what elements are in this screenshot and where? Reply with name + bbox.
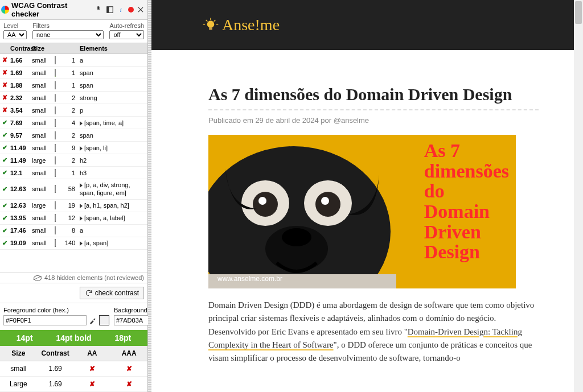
element-count: 140 [63,238,77,248]
elements-cell: [span, a, label] [77,213,147,223]
hero-image: As 7dimensõesdoDomainDrivenDesign www.an… [208,135,516,288]
panel-title: WCAG Contrast checker [11,1,92,18]
scrollbar[interactable] [574,0,583,392]
color-swatch [55,144,56,152]
expand-icon[interactable] [80,241,83,246]
expand-icon[interactable] [80,216,83,221]
fail-icon: ✘ [2,69,7,76]
summary-header: Size Contrast AA AAA [0,346,147,361]
expand-icon[interactable] [80,204,83,208]
elements-cell: a [77,225,147,236]
table-row[interactable]: ✔12.63small58[p, a, div, strong, span, f… [0,179,147,200]
size-value: small [30,184,52,194]
table-row[interactable]: ✔11.49large2h2 [0,154,147,167]
contrast-value: 11.49 [8,143,30,153]
table-row[interactable]: ✔12.1small1h3 [0,167,147,179]
table-row[interactable]: ✘1.88small1span [0,79,147,92]
expand-icon[interactable] [80,121,83,126]
element-count: 2 [63,155,77,166]
close-icon[interactable] [136,5,145,14]
table-row[interactable]: ✘2.32small2strong [0,92,147,104]
wcag-panel: WCAG Contrast checker i Level AA Filters… [0,0,148,392]
eye-off-icon [34,275,42,281]
site-brand[interactable]: Anse!me [203,16,280,34]
table-row[interactable]: ✔17.46small8a [0,225,147,237]
svg-line-9 [214,20,216,22]
post-author-link[interactable]: @anselme [334,116,369,125]
elements-cell: [a, span] [77,238,147,248]
size-value: small [30,118,52,128]
size-value: small [30,238,52,248]
elements-cell: [span, time, a] [77,118,147,128]
elements-cell: [span, li] [77,143,147,153]
check-contrast-button[interactable]: check contrast [80,287,144,299]
table-row[interactable]: ✘1.66small1a [0,54,147,67]
results-table-body[interactable]: ✘1.66small1a✘1.69small1span✘1.88small1sp… [0,54,147,272]
foreground-label: Foreground color (hex.) [3,307,109,313]
hidden-elements-note: 418 hidden elements (not reviewed) [0,272,147,283]
filters-row: Level AA Filters none Auto-refresh off [0,20,147,43]
table-row[interactable]: ✘3.54small2p [0,104,147,117]
contrast-value: 1.66 [8,55,30,65]
table-row[interactable]: ✔13.95small12[span, a, label] [0,212,147,225]
color-swatch [55,169,56,177]
expand-icon[interactable] [80,146,83,151]
eyedropper-fg-icon[interactable] [88,315,98,325]
table-row[interactable]: ✘1.69small1span [0,67,147,79]
contrast-value: 13.95 [8,213,30,223]
element-count: 1 [63,68,77,78]
table-row[interactable]: ✔9.57small2span [0,129,147,142]
table-row[interactable]: ✔7.69small4[span, time, a] [0,117,147,129]
post-meta: Publicado em 29 de abril de 2024 por @an… [208,116,539,125]
table-row[interactable]: ✔11.49small9[span, li] [0,142,147,154]
pass-icon: ✔ [2,202,7,209]
pass-icon: ✔ [2,227,7,234]
svg-point-15 [315,192,340,217]
element-count: 2 [63,105,77,115]
element-count: 19 [63,200,77,211]
scrollbar-thumb[interactable] [575,1,582,24]
separator [208,109,539,110]
svg-point-14 [253,192,278,217]
color-picker-row: Foreground color (hex.) Background color… [0,303,147,330]
element-count: 2 [63,130,77,141]
pin-icon[interactable] [94,5,103,14]
contrast-value: 2.32 [8,93,30,103]
table-row[interactable]: ✔19.09small140[a, span] [0,237,147,250]
expand-icon[interactable] [80,183,83,188]
table-row[interactable]: ✔12.63large19[a, h1, span, h2] [0,200,147,212]
wcag-logo-icon [1,6,9,14]
pass-icon: ✔ [2,131,7,138]
color-swatch [55,94,56,102]
color-swatch [55,156,56,164]
elements-cell: a [77,55,147,65]
filters-label: Filters [32,22,104,29]
col-contrast: Contrast [8,43,30,53]
foreground-input[interactable] [3,315,87,325]
svg-rect-1 [107,7,109,13]
contrast-value: 7.69 [8,118,30,128]
size-value: small [30,68,52,78]
element-count: 58 [63,184,77,194]
dock-icon[interactable] [105,5,114,14]
size-value: small [30,168,52,178]
elements-cell: span [77,68,147,78]
foreground-swatch[interactable] [99,315,109,325]
autorefresh-select[interactable]: off [109,30,144,39]
contrast-value: 12.63 [8,184,30,194]
filters-select[interactable]: none [32,30,104,39]
hero-overlay-text: As 7dimensõesdoDomainDrivenDesign [424,141,509,262]
contrast-value: 11.49 [8,155,30,166]
pt-18: 18pt [98,330,147,346]
info-icon[interactable]: i [117,5,126,14]
fail-icon: ✘ [2,94,7,101]
elements-cell: h2 [77,155,147,166]
element-count: 9 [63,143,77,153]
color-swatch [55,201,56,209]
size-value: small [30,225,52,236]
contrast-value: 1.69 [8,68,30,78]
lightbulb-icon [203,17,219,33]
level-select[interactable]: AA [3,30,27,39]
svg-point-19 [282,228,311,246]
pass-icon: ✔ [2,119,7,126]
